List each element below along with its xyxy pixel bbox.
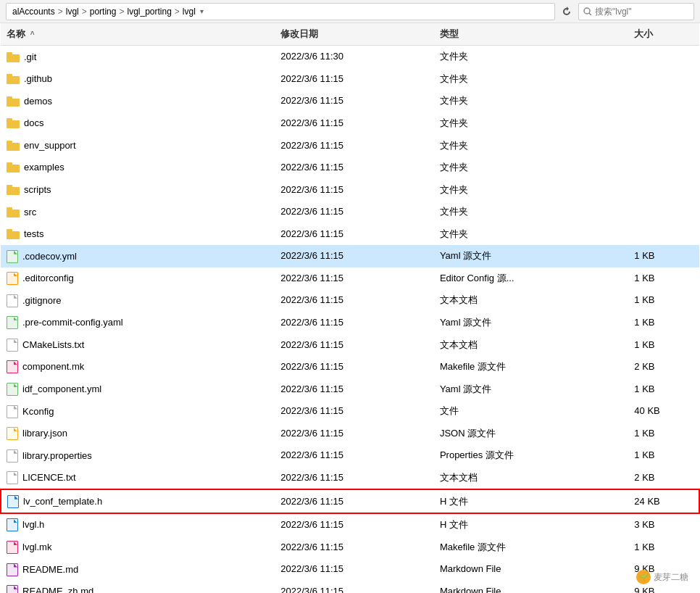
table-row[interactable]: component.mk 2022/3/6 11:15 Makefile 源文件… [1,356,699,378]
json-icon [7,427,18,440]
table-row[interactable]: .pre-commit-config.yaml 2022/3/6 11:15 Y… [1,312,699,334]
table-row[interactable]: .editorconfig 2022/3/6 11:15 Editor Conf… [1,268,699,290]
table-row[interactable]: examples 2022/3/6 11:15 文件夹 [1,157,699,179]
breadcrumb-item-3[interactable]: lvgl_porting [127,7,171,17]
file-icon-name: library.json [7,425,67,442]
cell-type: Editor Config 源... [434,268,628,290]
svg-line-1 [589,13,591,15]
cell-size [628,90,699,112]
folder-icon [7,162,20,173]
cell-date: 2022/3/6 11:15 [275,378,434,400]
cell-name: demos [1,90,275,112]
refresh-button[interactable] [558,3,575,20]
cell-size: 1 KB [628,333,699,356]
breadcrumb-item-0[interactable]: alAccounts [12,7,55,17]
search-icon [583,7,592,16]
cell-type: 文本文档 [434,333,628,356]
cell-size: 1 KB [628,312,699,334]
breadcrumb-item-1[interactable]: lvgl [66,7,79,17]
cell-size [628,223,699,246]
cell-date: 2022/3/6 11:15 [275,467,434,490]
table-row[interactable]: idf_component.yml 2022/3/6 11:15 Yaml 源文… [1,378,699,400]
search-box[interactable] [578,3,694,20]
table-row[interactable]: docs 2022/3/6 11:15 文件夹 [1,112,699,135]
cell-name: library.json [1,423,275,445]
filename-label: Kconfig [22,403,54,420]
file-icon-name: examples [7,159,64,176]
file-icon-name: .gitignore [7,292,61,310]
cell-type: 文件夹 [434,201,628,223]
file-icon [7,449,18,463]
breadcrumb-path[interactable]: alAccounts > lvgl > porting > lvgl_porti… [6,3,555,20]
cell-name: library.properties [1,444,275,467]
search-input[interactable] [595,7,682,17]
cell-size: 1 KB [628,289,699,312]
filename-label: lvgl.mk [22,539,51,556]
file-icon-name: docs [7,115,43,132]
filename-label: env_support [24,137,76,154]
file-icon-name: .pre-commit-config.yaml [7,314,123,331]
cell-date: 2022/3/6 11:15 [275,356,434,378]
table-row[interactable]: Kconfig 2022/3/6 11:15 文件 40 KB [1,400,699,423]
cell-date: 2022/3/6 11:15 [275,581,434,594]
col-header-size[interactable]: 大小 [628,23,699,46]
table-row[interactable]: CMakeLists.txt 2022/3/6 11:15 文本文档 1 KB [1,333,699,356]
breadcrumb-item-2[interactable]: porting [90,7,117,17]
cell-size: 1 KB [628,423,699,445]
file-icon-name: CMakeLists.txt [7,336,84,354]
cell-name: tests [1,223,275,246]
col-header-name[interactable]: 名称 ^ [1,23,275,46]
table-row[interactable]: tests 2022/3/6 11:15 文件夹 [1,223,699,246]
table-row[interactable]: env_support 2022/3/6 11:15 文件夹 [1,134,699,157]
table-row[interactable]: scripts 2022/3/6 11:15 文件夹 [1,178,699,201]
table-row[interactable]: lv_conf_template.h 2022/3/6 11:15 H 文件 2… [1,489,699,513]
hfile-icon [7,518,18,531]
cell-size: 24 KB [628,489,699,513]
cell-type: 文件 [434,400,628,423]
cell-type: Yaml 源文件 [434,245,628,268]
table-row[interactable]: .codecov.yml 2022/3/6 11:15 Yaml 源文件 1 K… [1,245,699,268]
table-row[interactable]: README.md 2022/3/6 11:15 Markdown File 9… [1,558,699,581]
file-icon-name: .editorconfig [7,270,74,287]
breadcrumb-chevron-icon[interactable]: ▾ [200,7,204,15]
cell-name: CMakeLists.txt [1,333,275,356]
cell-size: 2 KB [628,467,699,490]
table-row[interactable]: lvgl.h 2022/3/6 11:15 H 文件 3 KB [1,513,699,536]
table-row[interactable]: LICENCE.txt 2022/3/6 11:15 文本文档 2 KB [1,467,699,490]
file-icon-name: lvgl.mk [7,539,51,556]
table-row[interactable]: README_zh.md 2022/3/6 11:15 Markdown Fil… [1,581,699,594]
table-row[interactable]: library.properties 2022/3/6 11:15 Proper… [1,444,699,467]
folder-icon [7,207,20,217]
col-header-type[interactable]: 类型 [434,23,628,46]
table-row[interactable]: src 2022/3/6 11:15 文件夹 [1,201,699,223]
cell-type: 文件夹 [434,134,628,157]
file-icon-name: README_zh.md [7,583,93,593]
col-header-date[interactable]: 修改日期 [275,23,434,46]
table-row[interactable]: .git 2022/3/6 11:30 文件夹 [1,46,699,68]
filename-label: lvgl.h [22,516,44,534]
cell-size [628,178,699,201]
file-icon [7,471,18,484]
table-row[interactable]: demos 2022/3/6 11:15 文件夹 [1,90,699,112]
cell-name: lvgl.h [1,513,275,536]
file-icon-name: LICENCE.txt [7,469,76,486]
cell-date: 2022/3/6 11:15 [275,423,434,445]
cell-name: .pre-commit-config.yaml [1,312,275,334]
breadcrumb-item-4-active[interactable]: lvgl [183,7,196,17]
file-icon-name: component.mk [7,358,84,376]
table-row[interactable]: .gitignore 2022/3/6 11:15 文本文档 1 KB [1,289,699,312]
table-row[interactable]: library.json 2022/3/6 11:15 JSON 源文件 1 K… [1,423,699,445]
cell-name: Kconfig [1,400,275,423]
file-list: 名称 ^ 修改日期 类型 大小 .git 2022/3/6 [0,23,700,593]
table-row[interactable]: .github 2022/3/6 11:15 文件夹 [1,68,699,91]
cell-name: .gitignore [1,289,275,312]
cell-size: 1 KB [628,536,699,558]
filename-label: tests [24,225,43,243]
cell-size [628,201,699,223]
filename-label: library.properties [22,447,92,465]
cell-type: 文件夹 [434,90,628,112]
cell-size: 40 KB [628,400,699,423]
table-row[interactable]: lvgl.mk 2022/3/6 11:15 Makefile 源文件 1 KB [1,536,699,558]
cell-type: H 文件 [434,513,628,536]
filename-label: .codecov.yml [22,248,77,265]
